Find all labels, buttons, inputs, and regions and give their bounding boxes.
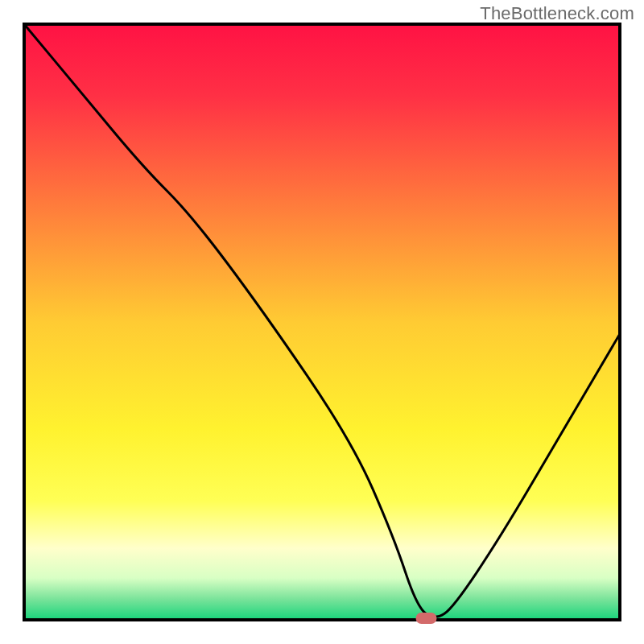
- bottleneck-chart: TheBottleneck.com: [0, 0, 644, 644]
- chart-svg: [0, 0, 644, 644]
- plot-area: [24, 24, 620, 624]
- watermark-text: TheBottleneck.com: [480, 3, 634, 24]
- optimum-marker: [416, 613, 437, 624]
- gradient-background: [24, 24, 620, 620]
